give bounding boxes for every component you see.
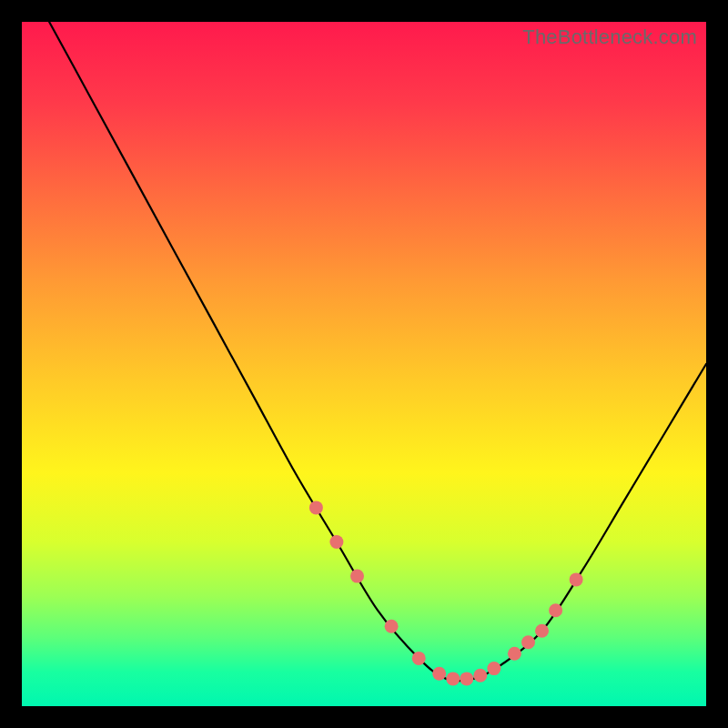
chart-overlay xyxy=(22,22,706,706)
curve-marker xyxy=(432,667,446,681)
curve-marker xyxy=(570,572,583,586)
curve-markers xyxy=(309,500,583,685)
plot-area: TheBottleneck.com xyxy=(22,22,706,706)
curve-marker xyxy=(521,635,535,649)
curve-marker xyxy=(309,500,323,514)
curve-marker xyxy=(412,652,426,665)
bottleneck-curve xyxy=(49,22,706,681)
curve-marker xyxy=(535,624,549,638)
curve-marker xyxy=(508,647,521,661)
curve-marker xyxy=(350,570,364,583)
curve-marker xyxy=(446,672,460,685)
curve-marker xyxy=(329,535,343,549)
curve-marker xyxy=(487,662,500,675)
curve-marker xyxy=(385,620,399,633)
curve-marker xyxy=(549,603,562,617)
chart-stage: TheBottleneck.com xyxy=(0,0,728,728)
curve-marker xyxy=(460,672,473,685)
curve-marker xyxy=(473,669,487,682)
